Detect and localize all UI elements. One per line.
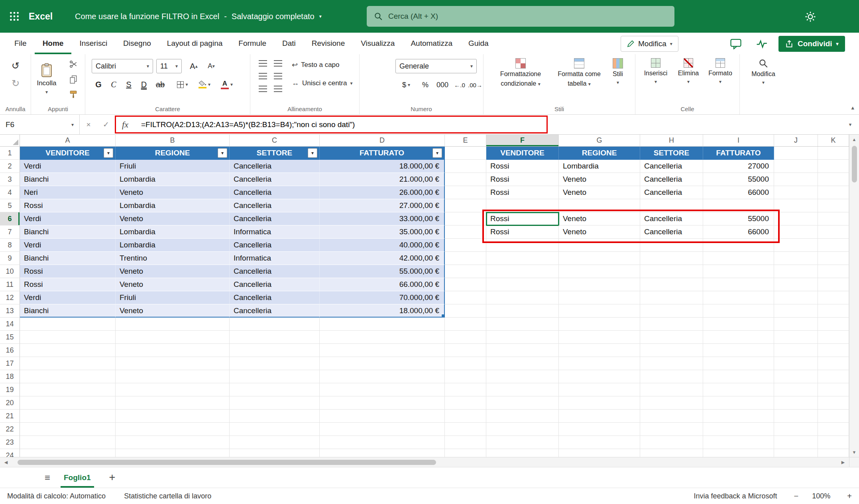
scroll-up-button[interactable]: ▲ [849, 135, 859, 144]
cell-I22[interactable] [703, 423, 774, 436]
cell-C22[interactable] [230, 423, 320, 436]
tab-automatizza[interactable]: Automatizza [403, 33, 460, 54]
align-left-button[interactable] [271, 70, 285, 82]
cell-C16[interactable] [230, 344, 320, 357]
row-header-11[interactable]: 11 [0, 278, 20, 291]
column-header-D[interactable]: D [320, 135, 445, 146]
cell-I1[interactable]: FATTURATO [703, 147, 774, 160]
cell-G10[interactable] [559, 265, 640, 278]
merge-center-button[interactable]: ↔ Unisci e centra ▾ [292, 79, 352, 87]
cell-K16[interactable] [818, 344, 849, 357]
column-header-E[interactable]: E [445, 135, 486, 146]
cell-A12[interactable]: Verdi [20, 291, 116, 304]
horizontal-scrollbar[interactable]: ◀ ▶ [0, 457, 849, 467]
delete-cells-button[interactable]: Elimina ▾ [674, 58, 703, 85]
editing-mode-button[interactable]: Modifica ▾ [621, 36, 678, 52]
cell-B9[interactable]: Trentino [116, 252, 230, 265]
cell-G11[interactable] [559, 278, 640, 291]
cell-E1[interactable] [445, 147, 486, 160]
vertical-scrollbar[interactable]: ▲ ▼ [849, 135, 859, 457]
cell-E20[interactable] [445, 396, 486, 410]
cell-J5[interactable] [774, 199, 818, 212]
cell-C21[interactable] [230, 410, 320, 423]
cell-C18[interactable] [230, 370, 320, 383]
decrease-decimal-button[interactable]: .00→ [467, 78, 483, 92]
cell-I20[interactable] [703, 396, 774, 410]
cell-G5[interactable] [559, 199, 640, 212]
row-header-18[interactable]: 18 [0, 370, 20, 383]
cell-G21[interactable] [559, 410, 640, 423]
format-as-table-button[interactable]: Formatta come tabella ▾ [556, 58, 602, 88]
row-header-20[interactable]: 20 [0, 396, 20, 410]
row-header-16[interactable]: 16 [0, 344, 20, 357]
cell-H11[interactable] [640, 278, 703, 291]
cell-H22[interactable] [640, 423, 703, 436]
cell-F8[interactable] [486, 239, 559, 252]
cell-E11[interactable] [445, 278, 486, 291]
column-header-H[interactable]: H [640, 135, 703, 146]
cell-J20[interactable] [774, 396, 818, 410]
cell-B24[interactable] [116, 449, 230, 457]
tab-formule[interactable]: Formule [230, 33, 274, 54]
number-format-select[interactable]: Generale ▾ [395, 59, 477, 73]
cell-F14[interactable] [486, 318, 559, 331]
cell-K13[interactable] [818, 304, 849, 318]
cell-F20[interactable] [486, 396, 559, 410]
cell-D10[interactable]: 55.000,00 € [320, 265, 445, 278]
cell-A3[interactable]: Bianchi [20, 173, 116, 186]
tab-file[interactable]: File [6, 33, 35, 54]
cell-E21[interactable] [445, 410, 486, 423]
align-top-button[interactable] [256, 57, 269, 69]
cell-I14[interactable] [703, 318, 774, 331]
cell-E19[interactable] [445, 383, 486, 396]
cell-I9[interactable] [703, 252, 774, 265]
cell-F23[interactable] [486, 436, 559, 449]
cell-D12[interactable]: 70.000,00 € [320, 291, 445, 304]
cell-A7[interactable]: Bianchi [20, 226, 116, 239]
row-header-22[interactable]: 22 [0, 423, 20, 436]
cell-A10[interactable]: Rossi [20, 265, 116, 278]
cell-K10[interactable] [818, 265, 849, 278]
cell-G14[interactable] [559, 318, 640, 331]
cell-I8[interactable] [703, 239, 774, 252]
cell-K24[interactable] [818, 449, 849, 457]
cell-G18[interactable] [559, 370, 640, 383]
cell-C9[interactable]: Informatica [230, 252, 320, 265]
shrink-font-button[interactable]: A▾ [203, 59, 219, 73]
cell-D17[interactable] [320, 357, 445, 370]
cell-H17[interactable] [640, 357, 703, 370]
align-middle-button[interactable] [271, 57, 285, 69]
italic-button[interactable]: C [106, 77, 121, 92]
cell-B22[interactable] [116, 423, 230, 436]
cell-D4[interactable]: 26.000,00 € [320, 186, 445, 199]
row-header-19[interactable]: 19 [0, 383, 20, 396]
cell-C1[interactable]: SETTORE▾ [230, 147, 320, 160]
table-resize-handle[interactable] [441, 314, 444, 317]
cell-E18[interactable] [445, 370, 486, 383]
cell-H7[interactable]: Cancelleria [640, 226, 703, 239]
cell-E7[interactable] [445, 226, 486, 239]
cell-G23[interactable] [559, 436, 640, 449]
cell-E4[interactable] [445, 186, 486, 199]
cell-F12[interactable] [486, 291, 559, 304]
cell-K12[interactable] [818, 291, 849, 304]
cell-G1[interactable]: REGIONE [559, 147, 640, 160]
cell-H23[interactable] [640, 436, 703, 449]
cell-H6[interactable]: Cancelleria [640, 212, 703, 226]
scroll-left-button[interactable]: ◀ [1, 457, 11, 467]
cell-B3[interactable]: Lombardia [116, 173, 230, 186]
cell-D3[interactable]: 21.000,00 € [320, 173, 445, 186]
cell-J16[interactable] [774, 344, 818, 357]
cell-I7[interactable]: 66000 [703, 226, 774, 239]
conditional-formatting-button[interactable]: Formattazione condizionale ▾ [491, 58, 550, 88]
bold-button[interactable]: G [91, 77, 106, 92]
cell-H12[interactable] [640, 291, 703, 304]
cell-B12[interactable]: Friuli [116, 291, 230, 304]
cell-I10[interactable] [703, 265, 774, 278]
cell-G7[interactable]: Veneto [559, 226, 640, 239]
cell-C4[interactable]: Cancelleria [230, 186, 320, 199]
cell-A13[interactable]: Bianchi [20, 304, 116, 318]
cell-F22[interactable] [486, 423, 559, 436]
tab-disegno[interactable]: Disegno [115, 33, 159, 54]
cell-H5[interactable] [640, 199, 703, 212]
